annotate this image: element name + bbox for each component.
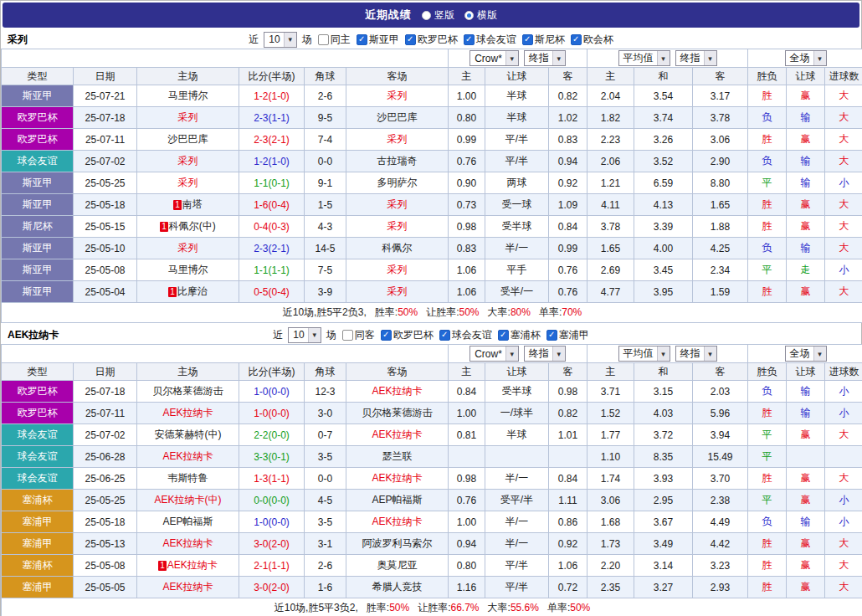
avg-home-cell: 3.78	[587, 216, 634, 238]
team-label: 希腊人竞技	[372, 581, 423, 593]
summary-stat: 让胜率:66.7%	[418, 602, 479, 613]
odds-handicap-cell: 平/半	[485, 577, 549, 598]
summary-cell: 近10场,胜5平3负2,胜率:50%让胜率:66.7%大率:55.6%单率:50…	[2, 598, 862, 616]
same-venue-filter[interactable]: 同主	[318, 33, 351, 47]
league-filter[interactable]: ✓斯尼杯	[522, 33, 565, 47]
avg-select-cell: 平均值▾终指▾	[587, 49, 748, 68]
league-checkbox[interactable]: ✓	[498, 330, 509, 341]
odds-home-cell: 1.06	[449, 259, 485, 281]
league-badge: 欧罗巴杯	[2, 129, 74, 151]
match-row: 斯亚甲25-05-041比摩治0-5(0-4)3-9采列1.06受半/一0.76…	[2, 281, 862, 303]
column-header: 日期	[74, 68, 137, 85]
score-cell: 1-1(1-1)	[239, 259, 305, 281]
column-header: 类型	[2, 68, 74, 85]
checkbox-label: 球会友谊	[476, 33, 516, 47]
score-cell: 2-3(1-1)	[239, 107, 305, 129]
column-header-row: 类型日期主场比分(半场)角球客场主让球客主和客胜负让球进球数	[2, 363, 862, 381]
odds-away-cell	[549, 446, 587, 468]
result-wdl-cell: 胜	[748, 577, 787, 598]
league-filter[interactable]: ✓塞浦杯	[498, 328, 541, 342]
odds-away-cell: 1.01	[549, 424, 587, 446]
odds-handicap-cell	[485, 446, 549, 468]
result-wdl-cell: 胜	[748, 403, 787, 424]
same-venue-checkbox[interactable]	[342, 330, 353, 341]
league-filter[interactable]: ✓塞浦甲	[546, 328, 589, 342]
odds-home-cell: 0.99	[449, 129, 485, 151]
odds-home-cell: 0.94	[449, 533, 485, 555]
league-checkbox[interactable]: ✓	[546, 330, 557, 341]
avg-select[interactable]: 平均值▾	[618, 346, 670, 362]
odds-home-cell	[449, 446, 485, 468]
same-venue-checkbox[interactable]	[318, 34, 329, 45]
corner-cell: 0-0	[305, 151, 346, 172]
same-venue-filter[interactable]: 同客	[342, 328, 375, 342]
avg-draw-cell: 3.27	[634, 577, 693, 598]
odds-home-cell: 0.90	[449, 172, 485, 194]
avg-home-cell: 1.77	[587, 424, 634, 446]
team-label: AEP帕福斯	[162, 516, 213, 527]
home-team-cell: 1南塔	[137, 194, 239, 216]
select-value: 终指	[529, 51, 552, 65]
avg-draw-cell: 3.49	[634, 533, 693, 555]
corner-cell: 3-0	[305, 403, 346, 424]
radio-horizontal-layout[interactable]: 横版	[464, 8, 497, 23]
league-checkbox[interactable]: ✓	[439, 330, 450, 341]
avg-draw-cell: 3.72	[634, 424, 693, 446]
team-label: 南塔	[182, 198, 203, 210]
avg-draw-cell: 3.52	[634, 151, 693, 172]
column-header: 日期	[74, 363, 137, 381]
scope-select[interactable]: 全场▾	[785, 346, 827, 362]
corner-cell: 7-4	[305, 129, 346, 151]
corner-cell: 1-5	[305, 194, 346, 216]
result-handicap-cell: 赢	[787, 577, 825, 598]
column-header: 主	[449, 363, 485, 381]
team-label: 采列	[387, 90, 408, 101]
league-filter[interactable]: ✓欧罗巴杯	[405, 33, 458, 47]
radio-vertical-layout[interactable]: 竖版	[422, 8, 454, 23]
avg-time-select[interactable]: 终指▾	[675, 50, 717, 66]
recent-count-select[interactable]: 10▾	[288, 327, 321, 343]
league-checkbox[interactable]: ✓	[522, 34, 533, 45]
summary-stat-value: 55.6%	[511, 602, 539, 613]
league-filter[interactable]: ✓斯亚甲	[357, 33, 399, 47]
date-cell: 25-07-11	[74, 129, 137, 151]
result-goals-cell: 大	[825, 238, 862, 259]
avg-time-select[interactable]: 终指▾	[675, 346, 717, 362]
scope-select[interactable]: 全场▾	[785, 50, 827, 66]
result-handicap-cell: 赢	[787, 281, 825, 303]
score-cell: 1-6(0-4)	[239, 194, 305, 216]
team-sections-container: 采列近10▾场同主✓斯亚甲✓欧罗巴杯✓球会友谊✓斯尼杯✓欧会杯Crow*▾终指▾…	[1, 30, 861, 616]
date-cell: 25-05-25	[74, 172, 137, 194]
date-cell: 25-05-10	[74, 238, 137, 259]
league-filter[interactable]: ✓欧罗巴杯	[381, 328, 434, 342]
column-header: 进球数	[825, 363, 862, 381]
column-header: 比分(半场)	[239, 363, 305, 381]
odds-company-select[interactable]: Crow*▾	[469, 50, 519, 66]
league-checkbox[interactable]: ✓	[381, 330, 392, 341]
scope-select-cell: 全场▾	[748, 345, 862, 363]
league-filter[interactable]: ✓球会友谊	[464, 33, 516, 47]
avg-home-cell: 1.65	[587, 238, 634, 259]
league-checkbox[interactable]: ✓	[405, 34, 416, 45]
league-checkbox[interactable]: ✓	[464, 34, 475, 45]
league-filter[interactable]: ✓球会友谊	[439, 328, 492, 342]
corner-cell: 2-6	[305, 85, 346, 107]
avg-home-cell: 2.04	[587, 85, 634, 107]
match-row: 塞浦甲25-05-18AEP帕福斯1-0(0-0)3-5AEK拉纳卡1.00半/…	[2, 511, 862, 533]
league-checkbox[interactable]: ✓	[571, 34, 582, 45]
odds-time-select[interactable]: 终指▾	[524, 50, 566, 66]
result-goals-cell: 小	[825, 403, 862, 424]
radio-label: 竖版	[434, 8, 454, 23]
radio-label: 横版	[477, 8, 497, 23]
avg-away-cell: 1.88	[693, 216, 748, 238]
rank-badge: 1	[158, 561, 167, 571]
avg-home-cell: 1.82	[587, 107, 634, 129]
recent-count-select[interactable]: 10▾	[264, 32, 296, 48]
odds-away-cell: 0.92	[549, 172, 587, 194]
avg-select[interactable]: 平均值▾	[618, 50, 670, 66]
odds-company-select[interactable]: Crow*▾	[469, 346, 519, 362]
league-checkbox[interactable]: ✓	[357, 34, 367, 45]
avg-away-cell: 15.49	[693, 446, 748, 468]
odds-time-select[interactable]: 终指▾	[524, 346, 566, 362]
league-filter[interactable]: ✓欧会杯	[571, 33, 613, 47]
